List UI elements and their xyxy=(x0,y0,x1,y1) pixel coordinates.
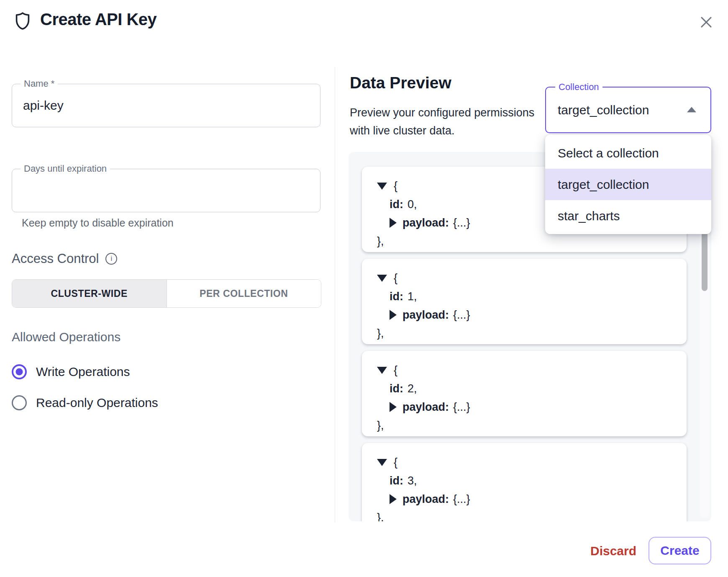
payload-value: {...} xyxy=(453,216,470,229)
json-line-id: id: 1, xyxy=(377,287,687,306)
data-preview-title: Data Preview xyxy=(350,74,451,92)
radio-readonly-label: Read-only Operations xyxy=(36,396,158,410)
triangle-down-icon[interactable] xyxy=(377,459,387,466)
json-line-payload: payload: {...} xyxy=(377,398,687,416)
data-preview-description: Preview your configured permissions with… xyxy=(350,104,549,140)
collection-select-label: Collection xyxy=(555,82,602,93)
radio-write-operations[interactable]: Write Operations xyxy=(12,363,130,381)
id-value: 0, xyxy=(408,198,417,211)
json-line-payload: payload: {...} xyxy=(377,490,687,508)
record-card: { id: 3, payload: {...} }, xyxy=(362,443,687,521)
radio-write-label: Write Operations xyxy=(36,365,130,379)
triangle-right-icon[interactable] xyxy=(390,310,397,320)
access-control-toggle: CLUSTER-WIDE PER COLLECTION xyxy=(12,279,321,308)
open-brace: { xyxy=(394,272,397,285)
triangle-right-icon[interactable] xyxy=(390,402,397,412)
access-control-heading-label: Access Control xyxy=(12,251,99,266)
id-key: id: xyxy=(390,474,403,487)
record-card: { id: 2, payload: {...} }, xyxy=(362,351,687,436)
menu-item-star-charts[interactable]: star_charts xyxy=(545,200,711,232)
open-brace: { xyxy=(394,456,397,469)
radio-selected-icon[interactable] xyxy=(12,364,27,379)
menu-item-select-a-collection[interactable]: Select a collection xyxy=(545,137,711,169)
triangle-right-icon[interactable] xyxy=(390,494,397,504)
name-field: Name * xyxy=(12,84,320,127)
expiration-input[interactable] xyxy=(23,169,308,212)
discard-button[interactable]: Discard xyxy=(586,538,641,564)
id-key: id: xyxy=(390,290,403,303)
radio-readonly-operations[interactable]: Read-only Operations xyxy=(12,394,158,412)
payload-value: {...} xyxy=(453,309,470,322)
id-key: id: xyxy=(390,198,403,211)
payload-key: payload: xyxy=(402,493,449,506)
json-line-close: }, xyxy=(377,416,687,435)
payload-key: payload: xyxy=(402,216,449,229)
open-brace: { xyxy=(394,180,397,193)
chevron-up-icon xyxy=(687,107,696,112)
close-brace: }, xyxy=(377,235,384,248)
expiration-field: Days until expiration xyxy=(12,169,320,212)
triangle-right-icon[interactable] xyxy=(390,218,397,228)
menu-item-target-collection[interactable]: target_collection xyxy=(545,169,711,200)
collection-select-value: target_collection xyxy=(558,103,649,117)
triangle-down-icon[interactable] xyxy=(377,367,387,374)
json-line-open: { xyxy=(377,453,687,471)
toggle-per-collection[interactable]: PER COLLECTION xyxy=(167,280,321,307)
close-icon[interactable] xyxy=(695,12,717,33)
page-title: Create API Key xyxy=(40,10,156,29)
triangle-down-icon[interactable] xyxy=(377,183,387,190)
json-line-close: }, xyxy=(377,232,687,250)
allowed-operations-heading-label: Allowed Operations xyxy=(12,330,120,344)
radio-unselected-icon[interactable] xyxy=(12,395,27,410)
open-brace: { xyxy=(394,364,397,377)
expiration-helper-text: Keep empty to disable expiration xyxy=(22,217,174,229)
json-line-id: id: 3, xyxy=(377,471,687,490)
info-icon[interactable]: i xyxy=(105,253,117,265)
payload-key: payload: xyxy=(402,401,449,414)
toggle-cluster-wide[interactable]: CLUSTER-WIDE xyxy=(12,280,167,307)
payload-key: payload: xyxy=(402,309,449,322)
access-control-heading: Access Control i xyxy=(12,251,117,266)
record-card: { id: 1, payload: {...} }, xyxy=(362,259,687,344)
close-brace: }, xyxy=(377,327,384,340)
close-brace: }, xyxy=(377,419,384,432)
json-line-payload: payload: {...} xyxy=(377,306,687,324)
shield-icon xyxy=(13,11,33,31)
id-key: id: xyxy=(390,382,403,395)
payload-value: {...} xyxy=(453,401,470,414)
triangle-down-icon[interactable] xyxy=(377,275,387,282)
id-value: 3, xyxy=(408,474,417,487)
payload-value: {...} xyxy=(453,493,470,506)
json-line-open: { xyxy=(377,269,687,287)
id-value: 2, xyxy=(408,382,417,395)
json-line-close: }, xyxy=(377,324,687,343)
allowed-operations-heading: Allowed Operations xyxy=(12,330,120,344)
collection-select[interactable]: Collection target_collection xyxy=(545,87,711,133)
close-brace: }, xyxy=(377,511,384,522)
name-input[interactable] xyxy=(23,84,308,127)
create-api-key-modal: Create API Key Name * Days until expirat… xyxy=(0,0,728,577)
collection-dropdown-menu: Select a collection target_collection st… xyxy=(545,135,711,234)
json-line-id: id: 2, xyxy=(377,379,687,398)
json-line-close: }, xyxy=(377,508,687,521)
id-value: 1, xyxy=(408,290,417,303)
json-line-open: { xyxy=(377,361,687,379)
create-button[interactable]: Create xyxy=(649,537,711,564)
column-divider xyxy=(335,67,335,523)
